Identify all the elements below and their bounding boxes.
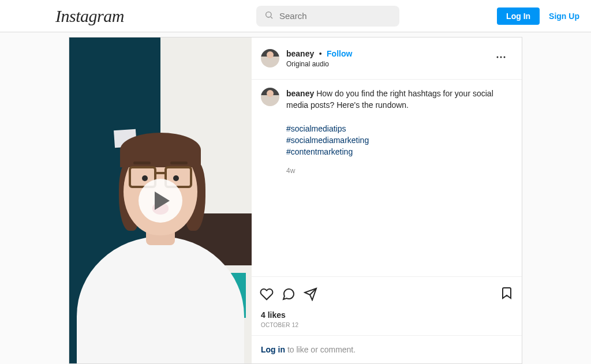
- caption-text: beaney How do you find the right hashtag…: [286, 88, 513, 176]
- more-icon: [494, 50, 508, 64]
- post-info: beaney • Follow Original audio beaney Ho…: [252, 37, 522, 363]
- search-input[interactable]: [256, 6, 399, 27]
- audio-label[interactable]: Original audio: [286, 60, 489, 69]
- play-icon: [155, 192, 170, 210]
- separator: •: [317, 49, 324, 58]
- comment-icon: [282, 287, 296, 301]
- svg-point-0: [266, 12, 271, 17]
- username-link[interactable]: beaney: [286, 49, 314, 58]
- post-area: beaney • Follow Original audio beaney Ho…: [0, 32, 591, 364]
- caption-username[interactable]: beaney: [286, 89, 314, 98]
- heart-icon: [260, 287, 274, 301]
- more-options-button[interactable]: [489, 46, 513, 71]
- post-card: beaney • Follow Original audio beaney Ho…: [69, 37, 522, 364]
- save-button[interactable]: [495, 282, 514, 307]
- caption-body: How do you find the right hashtags for y…: [286, 89, 493, 110]
- time-ago: 4w: [286, 166, 513, 176]
- post-header: beaney • Follow Original audio: [252, 37, 522, 80]
- likes-count[interactable]: 4 likes: [252, 310, 522, 322]
- play-button[interactable]: [139, 179, 182, 223]
- svg-point-4: [504, 57, 506, 58]
- hashtag-link[interactable]: #socialmediamarketing: [286, 136, 369, 145]
- action-bar: [252, 276, 522, 310]
- hashtag-link[interactable]: #contentmarketing: [286, 147, 353, 156]
- search-wrap: [256, 6, 399, 27]
- comment-cta-rest: to like or comment.: [285, 345, 356, 354]
- top-nav: Instagram Log In Sign Up: [0, 0, 591, 32]
- post-date: OCTOBER 12: [252, 322, 522, 335]
- hashtag-link[interactable]: #socialmediatips: [286, 124, 346, 133]
- svg-point-2: [497, 57, 499, 58]
- avatar[interactable]: [261, 49, 279, 67]
- avatar[interactable]: [261, 88, 279, 106]
- login-link[interactable]: Log in: [261, 345, 285, 354]
- svg-point-3: [500, 57, 502, 58]
- share-icon: [304, 287, 317, 301]
- caption-area: beaney How do you find the right hashtag…: [252, 80, 522, 184]
- bookmark-icon: [500, 286, 514, 300]
- video-player[interactable]: [69, 37, 252, 363]
- brand-logo[interactable]: Instagram: [55, 6, 124, 26]
- share-button[interactable]: [304, 283, 322, 306]
- nav-actions: Log In Sign Up: [497, 7, 579, 25]
- comment-button[interactable]: [282, 283, 300, 306]
- header-text: beaney • Follow Original audio: [286, 48, 489, 69]
- like-button[interactable]: [260, 283, 278, 306]
- follow-button[interactable]: Follow: [327, 49, 352, 58]
- comment-cta: Log in to like or comment.: [252, 335, 522, 363]
- signup-link[interactable]: Sign Up: [549, 12, 579, 21]
- login-button[interactable]: Log In: [497, 7, 540, 25]
- svg-line-1: [271, 17, 272, 18]
- search-icon: [264, 10, 274, 22]
